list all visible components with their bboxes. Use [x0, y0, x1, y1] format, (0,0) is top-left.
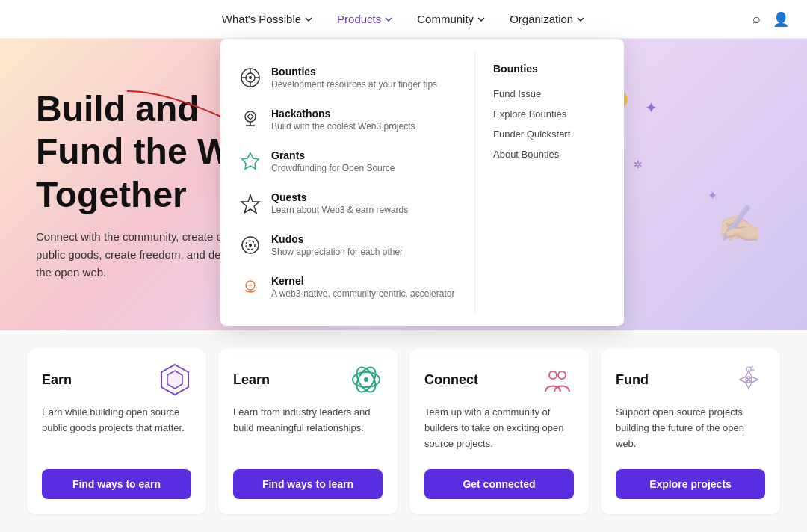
bounties-icon — [238, 66, 262, 90]
connect-card-desc: Team up with a community of builders to … — [424, 405, 574, 457]
hackathons-icon — [238, 108, 262, 132]
svg-marker-18 — [167, 371, 182, 389]
sidebar-link-fund-issue[interactable]: Fund Issue — [493, 84, 606, 104]
kernel-label: Kernel — [271, 275, 454, 287]
svg-point-22 — [364, 377, 368, 382]
cards-section: Earn Earn while building open source pub… — [0, 330, 807, 532]
sidebar-link-explore-bounties[interactable]: Explore Bounties — [493, 104, 606, 124]
user-icon[interactable]: 👤 — [773, 11, 789, 28]
hackathons-label: Hackathons — [271, 108, 415, 120]
dropdown-items: Bounties Development resources at your f… — [220, 51, 474, 314]
bounties-desc: Development resources at your finger tip… — [271, 79, 437, 90]
navbar: What's Possible Products Community Organ… — [0, 0, 807, 39]
earn-card: Earn Earn while building open source pub… — [27, 348, 206, 514]
dropdown-sidebar: Bounties Fund Issue Explore Bounties Fun… — [474, 51, 624, 314]
chevron-down-icon — [384, 15, 393, 24]
kernel-desc: A web3-native, community-centric, accele… — [271, 288, 454, 299]
learn-card: Learn Learn from industry leaders and bu… — [218, 348, 398, 514]
nav-icons: ⌕ 👤 — [752, 11, 789, 28]
svg-marker-11 — [242, 153, 259, 169]
nav-item-community[interactable]: Community — [417, 13, 486, 25]
kudos-label: Kudos — [271, 233, 403, 245]
quests-desc: Learn about Web3 & earn rewards — [271, 205, 408, 215]
dropdown-item-bounties[interactable]: Bounties Development resources at your f… — [220, 57, 474, 99]
connect-card-button[interactable]: Get connected — [424, 469, 574, 499]
hackathons-desc: Build with the coolest Web3 projects — [271, 121, 415, 132]
earn-icon — [158, 363, 191, 396]
kudos-icon — [238, 233, 262, 257]
products-dropdown: Bounties Development resources at your f… — [220, 39, 624, 326]
connect-card-title: Connect — [424, 372, 478, 388]
nav-item-whats-possible[interactable]: What's Possible — [222, 13, 313, 25]
dropdown-item-kudos[interactable]: Kudos Show appreciation for each other — [220, 224, 474, 266]
fund-card-button[interactable]: Explore projects — [616, 469, 765, 499]
grants-icon — [238, 149, 262, 173]
earn-card-title: Earn — [42, 372, 72, 388]
quests-label: Quests — [271, 191, 408, 203]
fund-card-header: Fund — [616, 363, 765, 396]
fund-card-desc: Support open source projects building th… — [616, 405, 765, 457]
fund-icon — [732, 363, 765, 396]
svg-point-23 — [549, 371, 557, 379]
kernel-icon — [238, 275, 262, 299]
earn-card-button[interactable]: Find ways to earn — [42, 469, 191, 499]
sidebar-link-funder-quickstart[interactable]: Funder Quickstart — [493, 124, 606, 144]
svg-point-8 — [245, 111, 256, 122]
bounties-label: Bounties — [271, 66, 437, 78]
dropdown-item-kernel[interactable]: Kernel A web3-native, community-centric,… — [220, 266, 474, 308]
dropdown-item-hackathons[interactable]: Hackathons Build with the coolest Web3 p… — [220, 99, 474, 140]
search-icon[interactable]: ⌕ — [752, 11, 761, 28]
decoration-star2: ✦ — [708, 188, 717, 202]
chevron-down-icon — [576, 15, 585, 24]
kudos-desc: Show appreciation for each other — [271, 247, 403, 257]
grants-desc: Crowdfunding for Open Source — [271, 163, 395, 173]
learn-icon — [350, 363, 383, 396]
fund-card-title: Fund — [616, 372, 649, 388]
nav-item-products[interactable]: Products — [337, 13, 393, 25]
decoration-asterisk: ✲ — [634, 158, 643, 170]
decoration-hand: ✍ — [717, 203, 762, 245]
nav-item-organization[interactable]: Organization — [510, 13, 585, 25]
learn-card-header: Learn — [233, 363, 383, 396]
svg-marker-12 — [241, 195, 259, 213]
dropdown-item-grants[interactable]: Grants Crowdfunding for Open Source — [220, 140, 474, 182]
earn-card-desc: Earn while building open source public g… — [42, 405, 191, 457]
dropdown-sidebar-title: Bounties — [493, 63, 606, 75]
learn-card-desc: Learn from industry leaders and build me… — [233, 405, 383, 457]
grants-label: Grants — [271, 149, 395, 161]
chevron-down-icon — [304, 15, 313, 24]
dropdown-item-quests[interactable]: Quests Learn about Web3 & earn rewards — [220, 182, 474, 224]
fund-card: Fund Support open source projects buildi… — [601, 348, 780, 514]
sidebar-link-about-bounties[interactable]: About Bounties — [493, 144, 606, 164]
chevron-down-icon — [477, 15, 486, 24]
earn-card-header: Earn — [42, 363, 191, 396]
connect-card: Connect Team up with a community of buil… — [409, 348, 589, 514]
svg-point-24 — [558, 371, 566, 379]
connect-card-header: Connect — [424, 363, 574, 396]
svg-point-7 — [249, 76, 252, 79]
svg-point-15 — [249, 244, 252, 247]
nav-links: What's Possible Products Community Organ… — [222, 13, 585, 25]
learn-card-title: Learn — [233, 372, 270, 388]
quests-icon — [238, 191, 262, 215]
learn-card-button[interactable]: Find ways to learn — [233, 469, 383, 499]
decoration-star: ✦ — [645, 99, 658, 117]
connect-icon — [541, 363, 574, 396]
svg-line-28 — [750, 366, 753, 368]
